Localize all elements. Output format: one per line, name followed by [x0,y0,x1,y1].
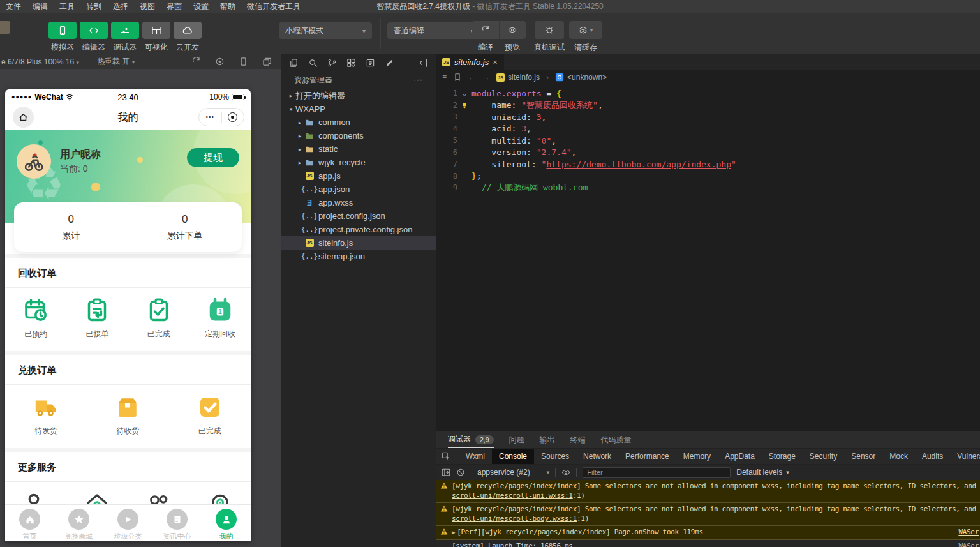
preview-label[interactable]: 预览 [499,42,526,53]
context-select[interactable]: appservice (#2)▾ [477,468,549,477]
preview-button[interactable] [499,21,526,39]
close-icon[interactable]: × [493,57,498,67]
tab-资讯中心[interactable]: 资讯中心 [152,505,202,541]
compile-button[interactable] [472,21,499,39]
tree-item-project.private.config.json[interactable]: {..}project.private.config.json [281,223,436,236]
service-item-待发货[interactable]: 待发货 [5,394,87,437]
panel-tab-代码质量[interactable]: 代码质量 [601,431,632,448]
menu-item-选择[interactable]: 选择 [107,2,134,11]
reload-icon[interactable] [191,57,201,66]
windows-icon[interactable] [262,57,272,66]
files-icon[interactable] [289,58,299,68]
devtools-tab-Sensor[interactable]: Sensor [844,449,882,464]
code-link[interactable]: https://demo.ttbobo.com/app/index.php [546,160,731,169]
menu-item-文件[interactable]: 文件 [0,2,27,11]
tree-item-app.wxss[interactable]: Ǝapp.wxss [281,196,436,209]
inspect-element-icon[interactable] [436,452,456,461]
remote-debug-label[interactable]: 真机调试 [526,42,573,53]
menu-item-微信开发者工具[interactable]: 微信开发者工具 [241,2,306,11]
menu-item-设置[interactable]: 设置 [188,2,214,11]
tree-item-wjyk_recycle[interactable]: ▸wjyk_recycle [281,156,436,169]
breadcrumb-file[interactable]: JSsiteinfo.js [496,73,540,82]
outline-icon[interactable]: ≡ [442,73,447,82]
tree-item-app.json[interactable]: {..}app.json [281,183,436,196]
devtools-tab-Performance[interactable]: Performance [618,449,676,464]
service-item-已预约[interactable]: 已预约 [5,297,66,340]
device-select[interactable]: e 6/7/8 Plus 100% 16 ▾ [0,57,79,66]
tree-item-components[interactable]: ▸components [281,129,436,142]
source-link[interactable]: WASer [954,542,979,547]
more-actions-icon[interactable]: ··· [413,75,423,84]
console-link[interactable]: scroll-uni/mescroll-body.wxss:1 [452,514,577,523]
menu-item-界面[interactable]: 界面 [161,2,188,11]
toolbar-button-可视化[interactable]: 可视化 [142,22,171,53]
tab-我的[interactable]: 我的 [202,505,251,541]
clear-console-icon[interactable] [456,468,465,477]
tab-siteinfo-js[interactable]: JS siteinfo.js × [436,54,504,70]
toolbar-button-调试器[interactable]: 调试器 [110,22,140,53]
tools-icon[interactable] [385,58,394,68]
menu-item-帮助[interactable]: 帮助 [214,2,241,11]
device-icon[interactable] [239,57,248,66]
minimize-button[interactable] [222,112,244,122]
toolbar-button-云开发[interactable]: 云开发 [173,22,202,53]
lightbulb-icon[interactable] [457,101,471,109]
avatar[interactable] [17,144,51,179]
remote-debug-button[interactable] [535,21,564,39]
console-link[interactable]: scroll-uni/mescroll-uni.wxss:1 [452,491,573,500]
stat-total[interactable]: 0累计 [14,202,128,252]
stat-orders[interactable]: 0累计下单 [128,202,242,252]
tree-item-common[interactable]: ▸common [281,116,436,129]
panel-tab-终端[interactable]: 终端 [570,431,586,448]
tab-垃圾分类[interactable]: 垃圾分类 [103,505,152,541]
tree-item-project.config.json[interactable]: {..}project.config.json [281,209,436,223]
tree-item-sitemap.json[interactable]: {..}sitemap.json [281,250,436,263]
devtools-tab-Wxml[interactable]: Wxml [459,449,492,464]
devtools-tab-Vulnerabi[interactable]: Vulnerabi [950,449,980,464]
branch-icon[interactable] [327,58,337,68]
menu-item-工具[interactable]: 工具 [54,2,80,11]
panel-tab-问题[interactable]: 问题 [509,431,524,448]
devtools-tab-AppData[interactable]: AppData [718,449,762,464]
service-item-已接单[interactable]: 已接单 [66,297,128,340]
fold-icon[interactable]: ⌄ [457,90,471,97]
panel-tab-输出[interactable]: 输出 [540,431,555,448]
tree-item-app.js[interactable]: JSapp.js [281,169,436,183]
panel-tab-调试器[interactable]: 调试器2,9 [448,431,494,448]
devtools-tab-Security[interactable]: Security [803,449,844,464]
service-item-已完成[interactable]: 已完成 [169,394,251,437]
mode-select[interactable]: 小程序模式▾ [279,22,372,39]
withdraw-button[interactable]: 提现 [187,148,239,167]
devtools-tab-Sources[interactable]: Sources [534,449,576,464]
back-icon[interactable]: ← [468,73,476,82]
clear-cache-label[interactable]: 清缓存 [569,42,602,53]
tree-item-static[interactable]: ▸static [281,142,436,156]
package-icon[interactable] [366,58,375,68]
tree-item-siteinfo.js[interactable]: JSsiteinfo.js [281,236,436,250]
bookmark-icon[interactable] [453,73,462,82]
tab-首页[interactable]: 首页 [5,505,54,541]
collapse-icon[interactable] [419,58,428,68]
toolbar-button-编辑器[interactable]: 编辑器 [79,22,108,53]
service-item-已完成[interactable]: 已完成 [128,297,189,340]
compile-mode-select[interactable]: 普通编译▾ [387,22,480,39]
eye-icon[interactable] [561,468,570,477]
clear-cache-button[interactable]: ▾ [569,21,602,39]
tree-item-打开的编辑器[interactable]: ▸打开的编辑器 [281,89,436,102]
search-icon[interactable] [308,58,318,68]
sidebar-toggle-icon[interactable] [442,468,450,477]
forward-icon[interactable]: → [482,73,490,82]
record-icon[interactable] [215,57,225,66]
toolbar-button-模拟器[interactable]: 模拟器 [48,22,77,53]
devtools-tab-Mock[interactable]: Mock [882,449,915,464]
tab-兑换商城[interactable]: 兑换商城 [54,505,103,541]
service-item-待收货[interactable]: 待收货 [87,394,168,437]
log-levels-select[interactable]: Default levels▾ [736,468,789,477]
code-area[interactable]: 1⌄module.exports = {2 name: "智慧废品回收系统",3… [436,84,980,194]
menu-item-编辑[interactable]: 编辑 [27,2,54,11]
compile-label[interactable]: 编译 [472,42,499,53]
breadcrumb-symbol[interactable]: <unknown> [555,73,607,82]
more-menu-button[interactable]: ••• [199,114,221,121]
devtools-tab-Console[interactable]: Console [492,449,534,464]
menu-item-转到[interactable]: 转到 [80,2,107,11]
